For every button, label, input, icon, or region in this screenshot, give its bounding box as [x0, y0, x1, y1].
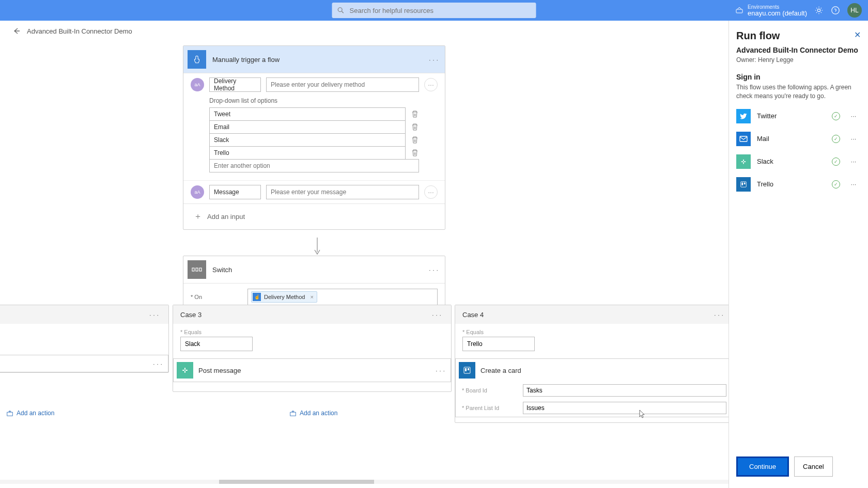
search-input[interactable]: [350, 7, 531, 14]
breadcrumb-title: Advanced Built-In Connector Demo: [27, 27, 132, 35]
run-flow-panel: Run flow ✕ Advanced Built-In Connector D…: [729, 21, 868, 41]
svg-point-3: [817, 9, 820, 11]
environment-picker[interactable]: Environments enayu.com (default): [735, 4, 807, 17]
topbar: Environments enayu.com (default) HL: [0, 0, 868, 21]
gear-icon[interactable]: [814, 6, 824, 15]
environment-icon: [735, 6, 743, 14]
close-icon[interactable]: ✕: [854, 30, 861, 40]
search-icon: [337, 7, 345, 14]
env-label: Environments: [748, 4, 807, 10]
svg-rect-2: [736, 9, 742, 13]
help-icon[interactable]: [831, 6, 840, 15]
env-name: enayu.com (default): [748, 10, 807, 17]
svg-point-0: [338, 8, 342, 12]
avatar[interactable]: HL: [847, 3, 862, 18]
panel-title: Run flow: [736, 30, 861, 41]
search-container[interactable]: [332, 3, 536, 18]
back-arrow-icon[interactable]: [12, 27, 21, 35]
svg-line-1: [342, 11, 344, 13]
